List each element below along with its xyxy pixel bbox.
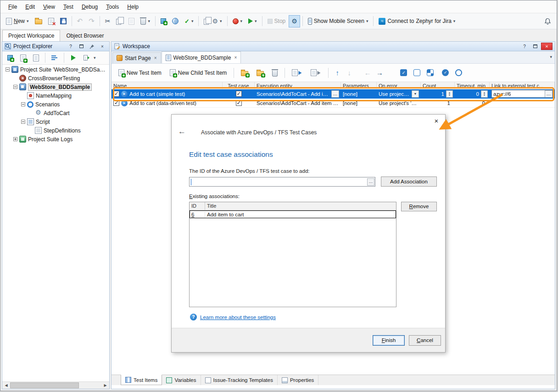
organize-items-button[interactable] — [49, 52, 60, 63]
maximize-button[interactable] — [530, 43, 540, 50]
column-header-parameters[interactable]: Parameters — [341, 82, 377, 89]
tree-item-project-suite[interactable]: Project Suite 'WebStore_BDDSample' (1 — [3, 65, 109, 74]
move-down-button[interactable]: ↓ — [344, 69, 354, 77]
add-new-item-button[interactable] — [158, 15, 169, 28]
tree-item-crossbrowsertesting[interactable]: CrossBrowserTesting — [3, 74, 109, 83]
chevron-down-icon[interactable]: ▾ — [240, 19, 243, 23]
tab-issue-tracking-templates[interactable]: Issue-Tracking Templates — [201, 375, 278, 385]
spin-down-icon[interactable]: ▼ — [483, 94, 485, 96]
checkbox-checked[interactable] — [113, 100, 119, 106]
chevron-down-icon[interactable]: ▾ — [148, 19, 150, 23]
undo-button[interactable]: ↶ — [74, 15, 86, 28]
tree-item-addtocart[interactable]: AddToCart — [3, 109, 109, 117]
tab-list-chevron-icon[interactable]: ▾ — [550, 55, 552, 59]
link-field[interactable]: azur://6 … — [491, 90, 553, 98]
timeout-spinner[interactable]: ▲▼ — [481, 90, 488, 98]
tab-properties[interactable]: Properties — [278, 375, 318, 385]
scroll-right-button[interactable]: ▶ — [101, 382, 109, 389]
notifications-button[interactable] — [541, 15, 554, 28]
remove-button[interactable]: Remove — [401, 202, 437, 211]
stop-button[interactable]: Stop — [265, 15, 289, 28]
tree-item-namemapping[interactable]: NameMapping — [3, 91, 109, 100]
open-button[interactable] — [32, 15, 45, 28]
column-header-title[interactable]: Title — [205, 202, 396, 210]
show-mobile-screen-button[interactable]: Show Mobile Screen ▾ — [305, 15, 371, 28]
chevron-down-icon[interactable]: ▾ — [220, 19, 222, 23]
check-all-button[interactable]: ✓ — [400, 69, 407, 76]
object-spy-button[interactable]: ⚙ ▾ — [201, 15, 224, 28]
delete-test-item-button[interactable] — [269, 66, 281, 80]
menu-file[interactable]: File — [4, 1, 21, 12]
learn-more-link[interactable]: Learn more about these settings — [200, 315, 276, 320]
close-icon[interactable]: × — [432, 117, 441, 125]
column-header-link[interactable]: Link to external test c... — [490, 82, 555, 89]
scrollbar-thumb[interactable] — [10, 382, 79, 388]
chevron-down-icon[interactable]: ▾ — [191, 19, 194, 23]
record-button[interactable]: ▾ — [230, 15, 246, 28]
add-existing-item-button[interactable] — [30, 52, 41, 63]
test-item-row[interactable]: ▸ Add to cart (data-driven test) Scenari… — [112, 99, 555, 108]
count-spinner[interactable]: ▲▼ — [446, 90, 453, 98]
test-visualizer-button[interactable]: ⚙ — [289, 15, 300, 28]
tree-item-script[interactable]: Script — [3, 117, 109, 126]
chevron-down-icon[interactable]: ▾ — [366, 19, 368, 23]
menu-test[interactable]: Test — [59, 1, 78, 12]
column-header-test-case[interactable]: Test case — [223, 82, 255, 89]
help-button[interactable]: ? — [520, 43, 529, 50]
add-new-item-button[interactable] — [17, 52, 28, 63]
menu-view[interactable]: View — [39, 1, 59, 12]
tree-item-scenarios[interactable]: Scenarios — [3, 100, 109, 109]
back-arrow-icon[interactable]: ← — [178, 127, 186, 136]
column-header-on-error[interactable]: On error — [377, 82, 421, 89]
tab-project-workspace[interactable]: Project Workspace — [2, 30, 60, 41]
copy-test-item-button[interactable] — [289, 66, 306, 80]
menu-edit[interactable]: Edit — [21, 1, 39, 12]
tab-variables[interactable]: Variables — [162, 375, 201, 385]
close-panel-button[interactable]: × — [98, 43, 107, 50]
tab-webstore-bddsample[interactable]: WebStore_BDDSample × — [162, 51, 241, 63]
check-selected-button[interactable]: ✓ — [442, 69, 449, 76]
collapse-icon[interactable] — [13, 85, 17, 89]
run-button[interactable]: ▾ — [246, 15, 260, 28]
column-header-name[interactable]: Name — [112, 82, 223, 89]
chevron-down-icon[interactable]: ▾ — [27, 19, 29, 23]
browse-button[interactable]: … — [367, 178, 374, 186]
close-tab-icon[interactable]: × — [234, 55, 237, 60]
checkbox-checked[interactable] — [113, 91, 119, 97]
column-header-execution-entity[interactable]: Execution entity — [255, 82, 341, 89]
ellipsis-button[interactable]: … — [545, 90, 552, 98]
chevron-down-icon[interactable]: ▾ — [453, 19, 456, 23]
dropdown-button[interactable]: ▼ — [412, 90, 419, 98]
collapse-icon[interactable] — [21, 102, 25, 106]
new-child-test-item-button[interactable]: New Child Test Item — [167, 66, 230, 80]
test-item-row-selected[interactable]: ▸ Add to cart (simple test) Scenarios\Ad… — [112, 89, 555, 99]
uncheck-selected-button[interactable] — [455, 69, 462, 76]
new-button[interactable]: New ▾ — [3, 15, 32, 28]
add-association-button[interactable]: Add Association — [381, 177, 437, 187]
paste-test-item-button[interactable] — [307, 66, 324, 80]
menu-help[interactable]: Help — [123, 1, 143, 12]
scroll-left-button[interactable]: ◀ — [2, 382, 10, 389]
close-file-button[interactable] — [45, 15, 57, 28]
checkpoint-button[interactable]: ✓ ▾ — [182, 15, 196, 28]
tab-test-items[interactable]: Test Items — [121, 375, 162, 385]
column-header-count[interactable]: Count — [421, 82, 455, 89]
run-project-suite-button[interactable] — [81, 52, 92, 63]
help-button[interactable]: ? — [66, 43, 75, 50]
connect-zephyr-button[interactable]: ≈ Connect to Zephyr for Jira ▾ — [376, 15, 458, 28]
web-testing-button[interactable] — [169, 15, 181, 28]
redo-button[interactable]: ↷ — [86, 15, 97, 28]
cut-button[interactable]: ✂ — [102, 15, 113, 28]
tree-item-webstore-bddsample[interactable]: WebStore_BDDSample — [3, 83, 109, 91]
expand-icon[interactable] — [13, 137, 17, 141]
finish-button[interactable]: Finish — [373, 335, 405, 346]
collapse-icon[interactable] — [21, 120, 25, 124]
checkbox-checked[interactable] — [236, 91, 242, 97]
test-case-id-input[interactable]: … — [189, 177, 375, 187]
pin-button[interactable] — [87, 43, 96, 50]
close-workspace-button[interactable]: × — [541, 43, 552, 50]
tree-item-project-suite-logs[interactable]: Project Suite Logs — [3, 135, 109, 144]
tree-item-stepdefinitions[interactable]: StepDefinitions — [3, 126, 109, 135]
menu-tools[interactable]: Tools — [102, 1, 123, 12]
new-test-item-button[interactable]: New Test Item — [115, 66, 165, 80]
